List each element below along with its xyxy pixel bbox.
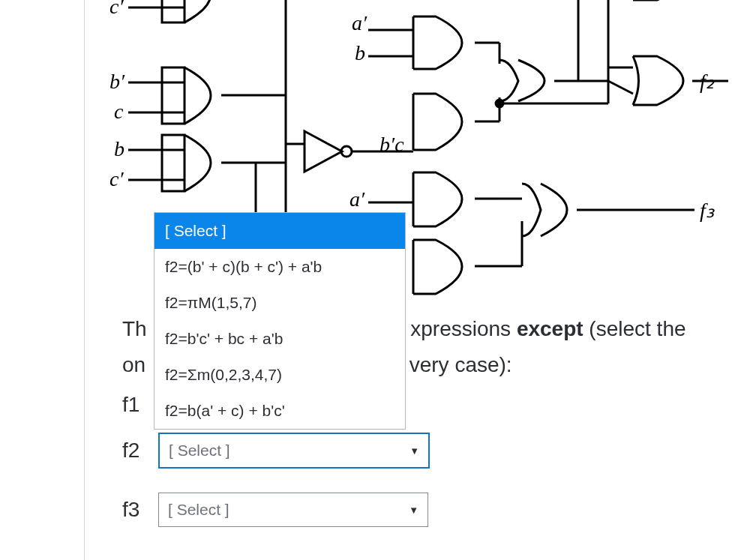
dropdown-option[interactable]: f2=b'c' + bc + a'b [154,321,405,357]
select-f3[interactable]: [ Select ] ▼ [158,493,428,527]
dropdown-option[interactable]: f2=Σm(0,2,3,4,7) [154,357,405,393]
label-b-top: b [355,41,365,64]
prompt-frag-4: on [122,353,146,376]
select-f2-placeholder: [ Select ] [169,442,230,460]
chevron-down-icon: ▼ [409,505,418,516]
prompt-frag-2: xpressions [410,317,517,340]
dropdown-option[interactable]: f2=(b' + c)(b + c') + a'b [154,249,405,285]
row-label-f1: f1 [122,393,148,417]
dropdown-option[interactable]: f2=b(a' + c) + b'c' [154,393,405,429]
select-f3-placeholder: [ Select ] [168,501,230,519]
label-c-prime: c′ [110,167,124,190]
row-f3: f3 [ Select ] ▼ [122,493,428,527]
label-f3-out: f₃ [700,199,716,222]
svg-line-36 [608,81,633,94]
prompt-bold: except [517,317,584,340]
label-b: b [114,137,124,160]
label-b-prime: b′ [110,70,125,93]
label-f2-out: f₂ [700,70,715,93]
chevron-down-icon: ▼ [410,445,419,457]
label-bc-prime: b′c [380,133,404,156]
label-c: c [114,100,124,123]
dropdown-option[interactable]: f2=πM(1,5,7) [154,285,405,321]
page: c′ b′ c b c′ a′ b b′c a′ f₁ f₂ f₃ Th xpr… [0,0,741,560]
prompt-frag-3: (select the [584,317,686,340]
select-dropdown-open[interactable]: [ Select ] f2=(b' + c)(b + c') + a'b f2=… [154,212,406,430]
row-f2: f2 [ Select ] ▼ [122,433,430,469]
row-label-f3: f3 [122,498,148,522]
row-f1: f1 [122,393,148,417]
row-label-f2: f2 [122,439,148,463]
prompt-frag-1: Th [122,317,147,340]
label-a-prime: a′ [352,11,368,34]
prompt-frag-5: very case): [410,353,512,376]
label-a-prime2: a′ [350,187,365,211]
dropdown-option[interactable]: [ Select ] [154,213,405,249]
label-c-prime-top: c′ [110,0,124,18]
select-f2[interactable]: [ Select ] ▼ [158,433,430,469]
